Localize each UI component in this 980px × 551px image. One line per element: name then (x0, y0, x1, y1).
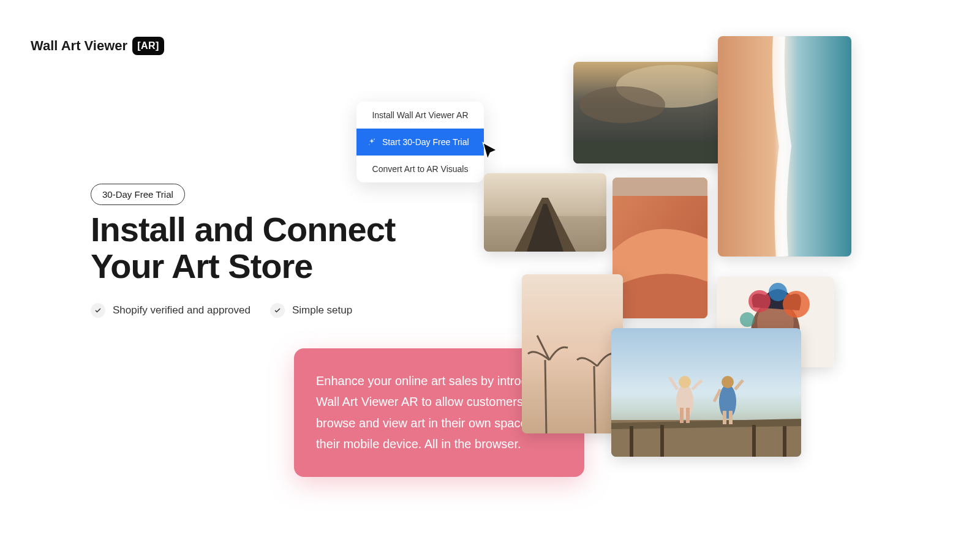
svg-rect-24 (783, 426, 786, 457)
feature-item: Simple setup (270, 303, 352, 318)
logo-text: Wall Art Viewer (31, 38, 127, 54)
art-thumbnail (573, 62, 733, 163)
check-icon (91, 303, 105, 318)
action-dropdown[interactable]: Install Wall Art Viewer AR Start 30-Day … (356, 102, 484, 182)
art-thumbnail (484, 173, 606, 252)
svg-rect-32 (729, 411, 733, 424)
svg-rect-31 (723, 411, 726, 424)
svg-point-26 (679, 376, 691, 388)
art-thumbnail (718, 36, 851, 257)
svg-rect-11 (522, 274, 623, 433)
dropdown-item-label: Start 30-Day Free Trial (382, 137, 469, 147)
art-gallery (478, 29, 858, 470)
dropdown-item-install[interactable]: Install Wall Art Viewer AR (356, 102, 484, 129)
svg-point-1 (369, 144, 369, 145)
trial-badge: 30-Day Free Trial (91, 184, 185, 205)
logo: Wall Art Viewer [AR] (31, 37, 164, 55)
svg-point-30 (722, 376, 734, 388)
svg-point-16 (783, 291, 810, 318)
feature-item: Shopify verified and approved (91, 303, 251, 318)
svg-point-17 (769, 283, 787, 301)
feature-text: Simple setup (292, 304, 352, 317)
svg-point-25 (676, 384, 693, 419)
svg-point-29 (719, 384, 736, 419)
feature-list: Shopify verified and approved Simple set… (91, 303, 352, 318)
sparkle-icon (368, 138, 376, 146)
svg-rect-23 (752, 425, 756, 457)
feature-text: Shopify verified and approved (113, 304, 251, 317)
art-thumbnail (612, 178, 707, 318)
svg-rect-21 (630, 426, 633, 457)
headline-text: Install and Connect Your Art Store (91, 210, 396, 285)
logo-badge: [AR] (132, 37, 164, 55)
art-thumbnail (611, 328, 801, 457)
svg-rect-10 (612, 178, 707, 196)
page-title: Install and Connect Your Art Store (91, 211, 396, 285)
svg-rect-22 (660, 425, 664, 457)
art-thumbnail (522, 274, 623, 433)
dropdown-item-convert[interactable]: Convert Art to AR Visuals (356, 156, 484, 182)
dropdown-item-trial[interactable]: Start 30-Day Free Trial (356, 129, 484, 156)
svg-point-18 (740, 312, 755, 327)
svg-rect-5 (573, 141, 733, 163)
svg-point-4 (579, 86, 665, 123)
svg-point-15 (748, 290, 771, 312)
svg-rect-28 (686, 408, 690, 423)
check-icon (270, 303, 285, 318)
svg-rect-27 (680, 408, 684, 423)
svg-point-0 (374, 138, 375, 140)
